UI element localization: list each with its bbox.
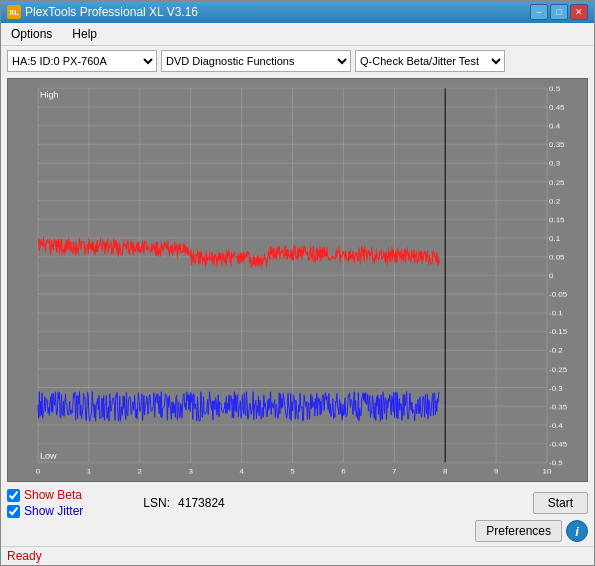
toolbar: HA:5 ID:0 PX-760A DVD Diagnostic Functio… (1, 46, 594, 76)
menu-bar: Options Help (1, 23, 594, 46)
info-button[interactable]: i (566, 520, 588, 542)
close-button[interactable]: ✕ (570, 4, 588, 20)
show-jitter-checkbox[interactable] (7, 505, 20, 518)
lsn-area: LSN: 4173824 (143, 496, 224, 510)
title-bar-left: XL PlexTools Professional XL V3.16 (7, 5, 198, 19)
bottom-row-2: Preferences i (7, 520, 588, 542)
status-text: Ready (7, 549, 42, 563)
show-beta-row: Show Beta (7, 488, 83, 502)
bottom-row-1: Show Beta Show Jitter LSN: 4173824 Start (7, 488, 588, 518)
window-controls: − □ ✕ (530, 4, 588, 20)
checkboxes: Show Beta Show Jitter (7, 488, 83, 518)
lsn-label: LSN: (143, 496, 170, 510)
show-jitter-label: Show Jitter (24, 504, 83, 518)
show-beta-checkbox[interactable] (7, 489, 20, 502)
preferences-button[interactable]: Preferences (475, 520, 562, 542)
menu-options[interactable]: Options (5, 25, 58, 43)
show-jitter-row: Show Jitter (7, 504, 83, 518)
status-bar: Ready (1, 546, 594, 565)
chart-canvas (8, 79, 587, 481)
window-title: PlexTools Professional XL V3.16 (25, 5, 198, 19)
device-select[interactable]: HA:5 ID:0 PX-760A (7, 50, 157, 72)
start-button[interactable]: Start (533, 492, 588, 514)
menu-help[interactable]: Help (66, 25, 103, 43)
show-beta-label: Show Beta (24, 488, 82, 502)
lsn-value: 4173824 (178, 496, 225, 510)
maximize-button[interactable]: □ (550, 4, 568, 20)
minimize-button[interactable]: − (530, 4, 548, 20)
test-select[interactable]: Q-Check Beta/Jitter Test (355, 50, 505, 72)
main-window: XL PlexTools Professional XL V3.16 − □ ✕… (0, 0, 595, 566)
bottom-panel: Show Beta Show Jitter LSN: 4173824 Start… (1, 484, 594, 546)
app-icon: XL (7, 5, 21, 19)
title-bar: XL PlexTools Professional XL V3.16 − □ ✕ (1, 1, 594, 23)
chart-area (7, 78, 588, 482)
function-select[interactable]: DVD Diagnostic Functions (161, 50, 351, 72)
